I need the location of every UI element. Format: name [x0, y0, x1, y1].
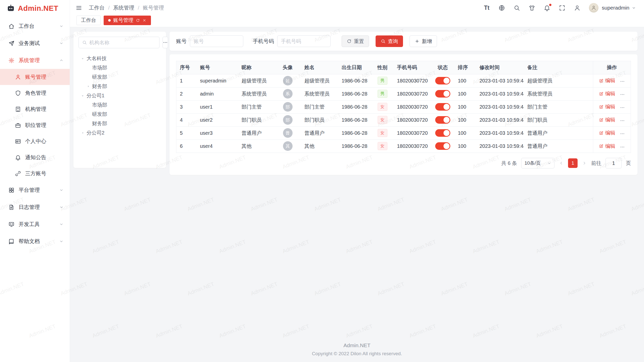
tree-node[interactable]: 财务部 [78, 119, 161, 128]
edit-icon [599, 78, 603, 83]
sidebar-item-help-docs[interactable]: 帮助文档 [0, 233, 70, 250]
cell-remark: 部门主管 [524, 100, 593, 113]
chevron-down-icon [59, 24, 64, 28]
sidebar-item-org-manage[interactable]: 机构管理 [0, 101, 70, 117]
status-toggle[interactable] [435, 142, 450, 150]
add-button[interactable]: 新增 [410, 35, 437, 47]
next-page-button[interactable] [582, 161, 587, 166]
tree-caret-placeholder [86, 74, 91, 80]
cell-account: user3 [196, 126, 238, 140]
tree-node[interactable]: 研发部 [78, 110, 161, 119]
cell-birthdate: 1986-06-28 [338, 87, 371, 100]
cell-modified-time: 2023-01-03 10:59:44 [476, 100, 524, 113]
tree-node[interactable]: 分公司1 [78, 91, 161, 100]
edit-label: 编辑 [605, 116, 615, 123]
sidebar-item-personal-center[interactable]: 个人中心 [0, 133, 70, 149]
org-more-button[interactable] [163, 37, 168, 48]
tree-node[interactable]: 市场部 [78, 63, 161, 72]
row-more-button[interactable] [620, 92, 625, 97]
breadcrumb-item[interactable]: 账号管理 [143, 4, 164, 11]
tree-node[interactable]: 大名科技 [78, 54, 161, 63]
menu-item-label: 个人中心 [25, 138, 64, 145]
tree-node[interactable]: 市场部 [78, 100, 161, 110]
tree-node[interactable]: 分公司2 [78, 128, 161, 138]
goto-page-input[interactable] [606, 158, 622, 168]
edit-button[interactable]: 编辑 [599, 129, 615, 136]
row-more-button[interactable] [620, 79, 625, 84]
status-toggle[interactable] [435, 103, 450, 111]
edit-button[interactable]: 编辑 [599, 103, 615, 110]
sidebar-item-biz-test[interactable]: 业务测试 [0, 35, 70, 52]
breadcrumb-item[interactable]: 工作台 [89, 4, 105, 11]
tab-workbench[interactable]: 工作台 [76, 16, 101, 25]
avatar[interactable] [589, 3, 598, 13]
sidebar-item-position-manage[interactable]: 职位管理 [0, 117, 70, 133]
status-toggle[interactable] [435, 77, 450, 84]
prev-page-button[interactable] [559, 161, 564, 166]
search-icon[interactable] [513, 5, 520, 11]
status-toggle[interactable] [435, 90, 450, 98]
phone-input[interactable] [277, 35, 331, 47]
username[interactable]: superadmin [602, 5, 629, 11]
table-wrap: 序号账号昵称头像姓名出生日期性别手机号码状态排序修改时间备注操作 1supera… [176, 61, 631, 153]
sidebar-item-platform-manage[interactable]: 平台管理 [0, 182, 70, 199]
sidebar-item-workbench[interactable]: 工作台 [0, 18, 70, 35]
tree-caret-icon[interactable] [80, 130, 86, 136]
cell-operations: 编辑 [593, 100, 631, 113]
row-more-button[interactable] [620, 118, 625, 123]
tree-node-label: 大名科技 [87, 55, 107, 62]
tree-node[interactable]: 研发部 [78, 72, 161, 82]
tab-account-manage[interactable]: 账号管理 [104, 16, 151, 25]
tree-caret-icon[interactable] [80, 93, 86, 99]
app-logo[interactable]: Admin.NET [0, 0, 70, 17]
sidebar-item-dev-tools[interactable]: 开发工具 [0, 216, 70, 233]
tree-caret-icon[interactable] [80, 56, 86, 61]
status-toggle[interactable] [435, 116, 450, 124]
row-more-button[interactable] [620, 145, 625, 150]
menu-collapse-icon[interactable] [75, 5, 82, 11]
log-icon [8, 204, 15, 210]
tree-caret-icon[interactable] [86, 84, 91, 89]
org-name-input[interactable] [89, 40, 156, 46]
search-button[interactable]: 查询 [376, 35, 403, 47]
account-input[interactable] [190, 35, 243, 47]
cell-account: user4 [196, 140, 238, 153]
chevron-down-icon[interactable] [632, 6, 636, 10]
tab-label: 账号管理 [113, 17, 133, 24]
sidebar-item-role-manage[interactable]: 角色管理 [0, 85, 70, 101]
user-setting-icon[interactable] [574, 5, 581, 11]
tab-refresh-icon[interactable] [136, 18, 140, 22]
theme-icon[interactable] [529, 5, 535, 11]
page-number-1[interactable]: 1 [568, 158, 578, 168]
table-body: 1superadmin超级管理员超超级管理员1986-06-28男1802003… [176, 74, 631, 153]
sidebar-item-log-manage[interactable]: 日志管理 [0, 199, 70, 216]
reset-button[interactable]: 重置 [342, 35, 369, 47]
fullscreen-icon[interactable] [559, 5, 566, 11]
breadcrumb-item[interactable]: 系统管理 [113, 4, 134, 11]
row-more-button[interactable] [620, 131, 625, 136]
sidebar-item-third-account[interactable]: 三方账号 [0, 165, 70, 182]
role-icon [15, 90, 21, 96]
cell-status [431, 113, 454, 126]
tree-node[interactable]: 财务部 [78, 82, 161, 91]
row-more-button[interactable] [620, 105, 625, 110]
edit-button[interactable]: 编辑 [599, 77, 615, 84]
status-toggle[interactable] [435, 129, 450, 137]
language-icon[interactable] [498, 5, 505, 11]
cell-birthdate: 1986-06-28 [338, 100, 371, 113]
cell-account: admin [196, 87, 238, 100]
menu-item-label: 机构管理 [25, 106, 64, 113]
edit-button[interactable]: 编辑 [599, 116, 615, 123]
edit-button[interactable]: 编辑 [599, 90, 615, 97]
page-size-select[interactable]: 10条/页 [521, 158, 554, 168]
sidebar-item-account-manage[interactable]: 账号管理 [0, 69, 70, 85]
sidebar-item-notice[interactable]: 通知公告 [0, 149, 70, 165]
sidebar-item-system-manage[interactable]: 系统管理 [0, 52, 70, 69]
org-icon [15, 106, 21, 112]
avatar: 部 [283, 115, 293, 125]
notification-icon[interactable] [544, 5, 550, 11]
font-size-icon[interactable]: Tt [483, 5, 490, 11]
edit-button[interactable]: 编辑 [599, 143, 615, 150]
cell-remark: 普通用户 [524, 126, 593, 140]
tab-close-icon[interactable] [142, 18, 146, 22]
